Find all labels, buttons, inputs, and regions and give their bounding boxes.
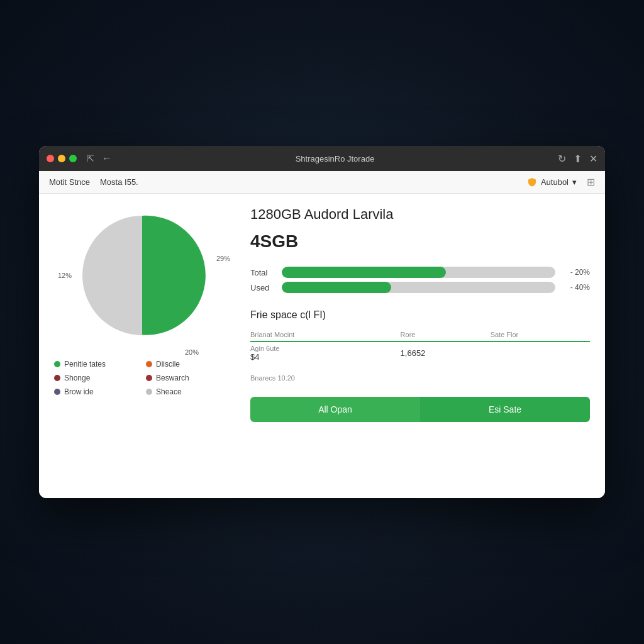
detail-table: Brianat Mocint Rore Sate Flor Agin 6ute … [250,328,590,364]
pie-chart-container: 12% 29% 20% [73,206,211,345]
toolbar: Motit Stnce Mosta I55. Autubol ▾ ⊞ [39,171,605,194]
esi-sate-button[interactable]: Esi Sate [420,397,590,422]
storage-title: 1280GB Audord Larvila [250,206,590,223]
all-open-button[interactable]: All Opan [250,397,420,422]
maximize-button[interactable] [69,155,77,162]
cell-col1-label-0: Agin 6ute $4 [250,341,401,364]
legend-item-5: Sheace [146,387,230,396]
traffic-lights [47,155,77,162]
free-space-title: Frie space c(l FI) [250,309,590,321]
bar-label-0: Total [250,268,275,277]
bar-track-0 [282,267,555,278]
titlebar-actions: ↻ ⬆ ✕ [558,153,597,165]
right-panel: 1280GB Audord Larvila 4SGB Total - 20%Us… [250,206,590,483]
table-row-0: Agin 6ute $4 1,6652 [250,341,590,364]
col-header-3: Sate Flor [491,328,590,341]
close-button[interactable] [47,155,54,162]
legend-dot-2 [54,375,60,381]
bar-fill-0 [282,267,446,278]
legend-dot-1 [146,361,152,367]
bar-label-1: Used [250,283,275,292]
window-title: ShtragesinRo Jtorade [117,154,553,164]
pie-chart [73,206,211,345]
col-header-1: Brianat Mocint [250,328,401,341]
legend-item-0: Penitie tates [54,360,138,369]
minimize-button[interactable] [58,155,65,162]
cell-col2-0: 1,6652 [401,341,491,364]
cell-col1-value-0: $4 [250,352,397,362]
bar-track-1 [282,282,555,293]
bars-container: Total - 20%Used - 40% [250,267,590,297]
toolbar-link-2[interactable]: Mosta I55. [100,177,138,187]
bar-fill-1 [282,282,391,293]
meta-text: Bnarecs 10.20 [250,374,590,382]
pie-label-right: 29% [216,255,230,262]
legend-dot-5 [146,389,152,395]
badge-label: Autubol [541,177,569,187]
close-icon[interactable]: ✕ [589,153,597,165]
main-content: 12% 29% 20% Penitie tates Diiscile Shong… [39,194,605,498]
legend-item-2: Shonge [54,374,138,382]
legend-item-3: Beswarch [146,374,230,382]
shield-icon [527,177,537,187]
legend-item-4: Brow ide [54,387,138,396]
back-button[interactable]: ← [102,153,112,164]
pie-label-left: 12% [58,272,72,279]
legend-dot-0 [54,361,60,367]
legend-label-3: Beswarch [156,374,189,382]
toolbar-menu-icon[interactable]: ⊞ [587,176,595,188]
titlebar: ⇱ ← ShtragesinRo Jtorade ↻ ⬆ ✕ [39,146,605,171]
storage-size: 4SGB [250,231,590,252]
legend-dot-4 [54,389,60,395]
bar-row-0: Total - 20% [250,267,590,278]
bar-pct-0: - 20% [562,268,590,277]
legend-label-0: Penitie tates [64,360,106,369]
resize-icon[interactable]: ⇱ [87,153,94,164]
share-icon[interactable]: ⬆ [574,153,582,165]
legend-label-5: Sheace [156,387,182,396]
legend-item-1: Diiscile [146,360,230,369]
refresh-icon[interactable]: ↻ [558,153,566,165]
legend-label-2: Shonge [64,374,90,382]
buttons-row: All Opan Esi Sate [250,397,590,422]
toolbar-link-1[interactable]: Motit Stnce [49,177,90,187]
main-window: ⇱ ← ShtragesinRo Jtorade ↻ ⬆ ✕ Motit Stn… [39,146,605,498]
bar-pct-1: - 40% [562,283,590,292]
toolbar-badge[interactable]: Autubol ▾ [527,177,577,187]
pie-label-bottom: 20% [185,348,199,356]
col-header-2: Rore [401,328,491,341]
legend-label-4: Brow ide [64,387,94,396]
legend: Penitie tates Diiscile Shonge Beswarch B… [54,360,230,396]
bar-row-1: Used - 40% [250,282,590,293]
legend-label-1: Diiscile [156,360,180,369]
cell-col3-0 [491,341,590,364]
dropdown-arrow[interactable]: ▾ [572,177,577,187]
legend-dot-3 [146,375,152,381]
left-panel: 12% 29% 20% Penitie tates Diiscile Shong… [54,206,230,483]
